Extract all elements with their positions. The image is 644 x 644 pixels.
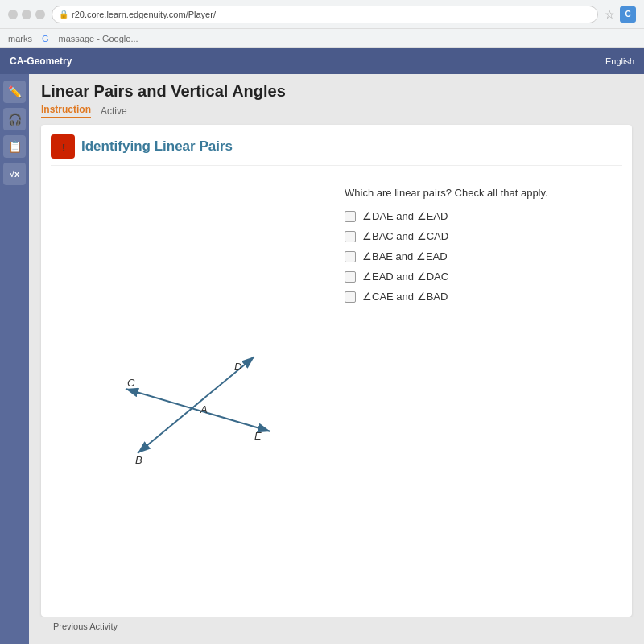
card-icon: ! <box>51 134 75 159</box>
point-a-label: A <box>200 403 208 415</box>
option-3-text: ∠BAE and ∠EAD <box>362 250 448 262</box>
notes-icon[interactable]: 📋 <box>3 135 26 158</box>
option-4[interactable]: ∠EAD and ∠DAC <box>345 270 622 283</box>
svg-text:!: ! <box>62 142 65 154</box>
geometry-diagram: A B C D E <box>93 312 287 473</box>
checkbox-1[interactable] <box>345 211 356 222</box>
option-2-text: ∠BAC and ∠CAD <box>362 230 448 242</box>
question-text: Which are linear pairs? Check all that a… <box>345 187 622 199</box>
lock-icon: 🔒 <box>59 10 68 19</box>
browser-forward[interactable] <box>22 10 31 19</box>
white-card: ! Identifying Linear Pairs <box>41 125 632 617</box>
calculator-icon[interactable]: √x <box>3 163 26 185</box>
diagram-area: A B C D E <box>51 179 328 607</box>
pencil-icon[interactable]: ✏️ <box>3 80 26 103</box>
language-button[interactable]: English <box>605 56 634 66</box>
headphones-icon[interactable]: 🎧 <box>3 108 26 130</box>
page-title-section: Linear Pairs and Vertical Angles Instruc… <box>41 82 632 118</box>
url-text: r20.core.learn.edgenuity.com/Player/ <box>72 10 216 19</box>
option-5[interactable]: ∠CAE and ∠BAD <box>345 291 622 303</box>
bookmarks-bar: marks G massage - Google... <box>0 29 644 48</box>
card-title: Identifying Linear Pairs <box>81 138 233 155</box>
browser-c-btn[interactable]: C <box>620 6 636 23</box>
app-header: CA-Geometry English <box>0 48 644 74</box>
star-icon[interactable]: ☆ <box>605 8 615 21</box>
card-body: A B C D E Which are linear pairs? Check … <box>51 179 622 607</box>
tab-active[interactable]: Active <box>101 105 127 117</box>
browser-actions: ☆ C <box>605 6 636 23</box>
questions-area: Which are linear pairs? Check all that a… <box>345 179 622 607</box>
point-d-label: D <box>234 361 242 373</box>
option-3[interactable]: ∠BAE and ∠EAD <box>345 250 622 262</box>
left-sidebar: ✏️ 🎧 📋 √x <box>0 74 29 644</box>
checkbox-2[interactable] <box>345 231 356 242</box>
address-bar[interactable]: 🔒 r20.core.learn.edgenuity.com/Player/ <box>52 6 598 23</box>
option-2[interactable]: ∠BAC and ∠CAD <box>345 230 622 242</box>
browser-refresh[interactable] <box>35 10 45 19</box>
option-1-text: ∠DAE and ∠EAD <box>362 210 448 222</box>
checkbox-5[interactable] <box>345 291 356 303</box>
point-e-label: E <box>254 430 262 442</box>
checkbox-4[interactable] <box>345 271 356 283</box>
checkbox-3[interactable] <box>345 251 356 262</box>
browser-bar: 🔒 r20.core.learn.edgenuity.com/Player/ ☆… <box>0 0 644 29</box>
bookmark-marks[interactable]: marks <box>8 34 32 43</box>
tab-bar: Instruction Active <box>41 104 632 118</box>
tab-instruction[interactable]: Instruction <box>41 104 91 118</box>
point-c-label: C <box>127 377 135 389</box>
browser-back[interactable] <box>8 10 18 19</box>
main-layout: ✏️ 🎧 📋 √x Linear Pairs and Vertical Angl… <box>0 74 644 644</box>
google-icon: G <box>42 34 49 43</box>
bookmark-massage[interactable]: massage - Google... <box>59 34 138 43</box>
option-5-text: ∠CAE and ∠BAD <box>362 291 448 303</box>
card-header: ! Identifying Linear Pairs <box>51 134 622 166</box>
point-b-label: B <box>135 454 142 466</box>
app-title: CA-Geometry <box>10 56 72 67</box>
content-area: Linear Pairs and Vertical Angles Instruc… <box>29 74 644 644</box>
option-4-text: ∠EAD and ∠DAC <box>362 270 448 283</box>
page-title: Linear Pairs and Vertical Angles <box>41 82 632 101</box>
bottom-bar: Previous Activity <box>41 617 632 636</box>
svg-line-5 <box>126 389 270 431</box>
browser-nav-icons <box>8 10 45 19</box>
prev-activity-link[interactable]: Previous Activity <box>53 621 118 631</box>
option-1[interactable]: ∠DAE and ∠EAD <box>345 210 622 222</box>
